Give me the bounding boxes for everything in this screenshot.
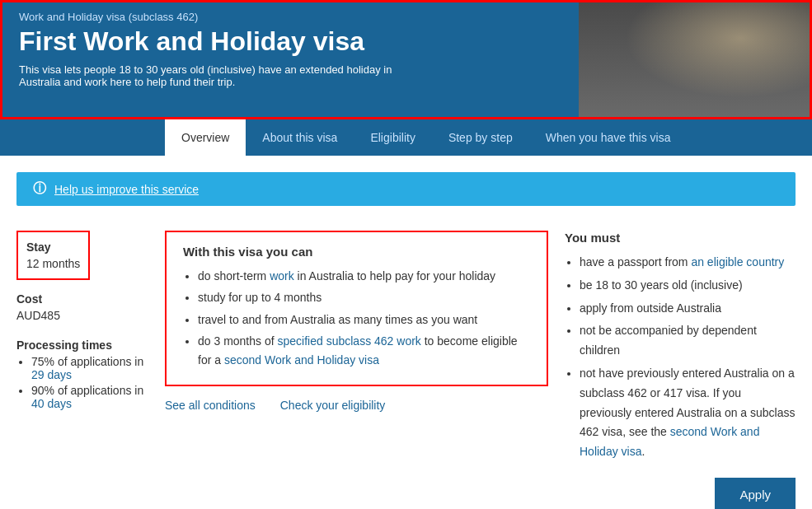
you-must-list: have a passport from an eligible country… bbox=[565, 253, 796, 462]
left-column: Stay 12 months Cost AUD485 Processing ti… bbox=[16, 231, 148, 509]
cost-title: Cost bbox=[16, 292, 148, 306]
stay-value: 12 months bbox=[26, 257, 80, 270]
processing-item-1: 75% of applications in 29 days bbox=[31, 355, 148, 381]
cost-value: AUD485 bbox=[16, 309, 148, 322]
visa-can-item-4: do 3 months of specified subclass 462 wo… bbox=[198, 332, 530, 369]
bottom-links: See all conditions Check your eligibilit… bbox=[165, 399, 548, 412]
tab-when-you-have[interactable]: When you have this visa bbox=[529, 119, 688, 156]
processing-list: 75% of applications in 29 days 90% of ap… bbox=[16, 355, 148, 410]
tab-eligibility[interactable]: Eligibility bbox=[354, 119, 431, 156]
tab-overview[interactable]: Overview bbox=[165, 119, 246, 156]
you-must-item-5: not have previously entered Australia on… bbox=[580, 364, 796, 462]
see-conditions-link[interactable]: See all conditions bbox=[165, 399, 256, 412]
tab-step-by-step[interactable]: Step by step bbox=[432, 119, 529, 156]
visa-can-item-3: travel to and from Australia as many tim… bbox=[198, 311, 530, 329]
processing-block: Processing times 75% of applications in … bbox=[16, 339, 148, 410]
you-must-item-3: apply from outside Australia bbox=[580, 299, 796, 319]
header-description: This visa lets people 18 to 30 years old… bbox=[19, 63, 415, 88]
visa-can-box: With this visa you can do short-term wor… bbox=[165, 231, 548, 386]
header-subtitle: Work and Holiday visa (subclass 462) bbox=[19, 11, 793, 23]
header-banner: Work and Holiday visa (subclass 462) Fir… bbox=[0, 0, 812, 119]
processing-item-2: 90% of applications in 40 days bbox=[31, 384, 148, 410]
middle-column: With this visa you can do short-term wor… bbox=[165, 231, 548, 509]
info-icon: ⓘ bbox=[33, 180, 46, 198]
main-content: Stay 12 months Cost AUD485 Processing ti… bbox=[0, 222, 812, 509]
cost-block: Cost AUD485 bbox=[16, 292, 148, 322]
visa-can-item-2: study for up to 4 months bbox=[198, 288, 530, 306]
stay-box: Stay 12 months bbox=[16, 231, 90, 280]
stay-title: Stay bbox=[26, 240, 80, 254]
visa-can-title: With this visa you can bbox=[183, 245, 530, 259]
you-must-item-2: be 18 to 30 years old (inclusive) bbox=[580, 276, 796, 296]
visa-can-item-1: do short-term work in Australia to help … bbox=[198, 267, 530, 285]
days-highlight-1: 29 days bbox=[31, 368, 72, 381]
tab-about[interactable]: About this visa bbox=[246, 119, 354, 156]
nav-tabs: Overview About this visa Eligibility Ste… bbox=[0, 119, 812, 156]
you-must-item-1: have a passport from an eligible country bbox=[580, 253, 796, 273]
you-must-title: You must bbox=[565, 231, 796, 245]
days-highlight-2: 40 days bbox=[31, 397, 72, 410]
header-title: First Work and Holiday visa bbox=[19, 26, 793, 57]
eligible-country-link[interactable]: an eligible country bbox=[691, 255, 784, 269]
you-must-item-4: not be accompanied by dependent children bbox=[580, 321, 796, 361]
visa-can-list: do short-term work in Australia to help … bbox=[183, 267, 530, 369]
second-visa-link-mid[interactable]: second Work and Holiday visa bbox=[224, 353, 379, 367]
apply-button[interactable]: Apply bbox=[715, 478, 796, 509]
second-visa-link-right[interactable]: second Work and Holiday visa bbox=[580, 425, 759, 458]
right-column: You must have a passport from an eligibl… bbox=[565, 231, 796, 509]
help-improve-link[interactable]: Help us improve this service bbox=[54, 183, 199, 196]
specified-work-link[interactable]: specified subclass 462 work bbox=[278, 334, 421, 348]
check-eligibility-link[interactable]: Check your eligibility bbox=[280, 399, 386, 412]
processing-title: Processing times bbox=[16, 339, 148, 352]
help-bar: ⓘ Help us improve this service bbox=[16, 172, 796, 206]
